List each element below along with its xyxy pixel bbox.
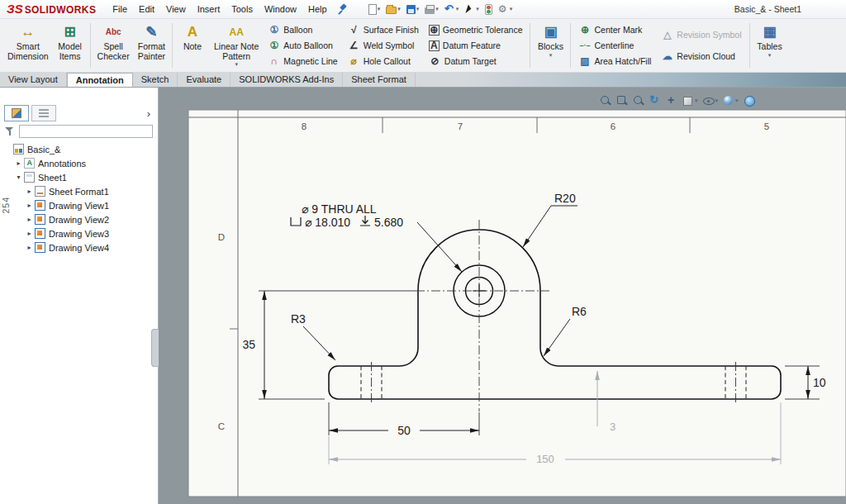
datum-target-button[interactable]: ⊘Datum Target (427, 54, 525, 69)
rebuild-button[interactable] (483, 3, 494, 16)
view-scene-button[interactable] (744, 93, 755, 108)
open-document-button[interactable]: ▾ (384, 3, 402, 15)
graphics-area[interactable]: 8 7 6 5 D C (159, 88, 846, 504)
balloon-button[interactable]: ①Balloon (266, 22, 339, 37)
note-button[interactable]: ANote (175, 21, 210, 70)
menu-tools[interactable]: Tools (226, 2, 259, 17)
hide-show-button[interactable]: ▾ (703, 93, 719, 108)
undo-button[interactable]: ▾ (443, 3, 461, 16)
propertymanager-tab[interactable] (31, 105, 56, 121)
tree-item-sheet-format1[interactable]: ▸Sheet Format1 (0, 184, 158, 198)
geometric-tolerance-button[interactable]: ⊕Geometric Tolerance (427, 22, 525, 37)
tree-item-sheet1[interactable]: ▾Sheet1 (0, 170, 158, 184)
tree-caret-icon[interactable]: ▸ (25, 216, 34, 223)
menu-window[interactable]: Window (259, 2, 302, 17)
dropdown-arrow-icon[interactable]: ▾ (735, 97, 739, 104)
dropdown-arrow-icon[interactable]: ▾ (235, 61, 238, 68)
menu-insert[interactable]: Insert (192, 2, 226, 17)
filter-funnel-icon[interactable] (5, 126, 15, 137)
tree-item-drawing-view1[interactable]: ▸Drawing View1 (0, 198, 158, 212)
dropdown-arrow-icon[interactable]: ▾ (435, 6, 439, 12)
hole-callout-button[interactable]: ⌀Hole Callout (346, 54, 421, 69)
drawing-canvas[interactable]: 8 7 6 5 D C (159, 88, 846, 504)
tree-filter-input[interactable] (19, 125, 153, 138)
surface-finish-button[interactable]: √Surface Finish (346, 22, 421, 37)
tree-caret-icon[interactable]: ▸ (25, 230, 34, 237)
tab-sheet-format[interactable]: Sheet Format (343, 73, 416, 87)
counterbore-callout-text[interactable]: ⌀ 18.010 (305, 216, 350, 229)
radius-r6-label[interactable]: R6 (572, 305, 587, 318)
dimension-150[interactable]: 150 (536, 453, 554, 465)
dropdown-arrow-icon[interactable]: ▾ (397, 6, 401, 12)
smart-dimension-button[interactable]: ↔SmartDimension (3, 21, 53, 70)
tree-item-drawing-view2[interactable]: ▸Drawing View2 (0, 212, 158, 226)
tree-caret-icon[interactable]: ▸ (14, 159, 23, 167)
dropdown-arrow-icon[interactable]: ▾ (456, 6, 459, 12)
radius-r3-label[interactable]: R3 (291, 312, 306, 326)
dimension-35[interactable]: 35 (242, 338, 255, 351)
edit-appearance-button[interactable]: ▾ (723, 93, 739, 108)
datum-feature-button[interactable]: ADatum Feature (427, 38, 525, 53)
menu-view[interactable]: View (160, 2, 192, 17)
tree-caret-icon[interactable]: ▸ (25, 188, 34, 195)
tree-item-basic[interactable]: Basic_& (0, 142, 158, 156)
revision-symbol-button[interactable]: △Revision Symbol (659, 27, 743, 42)
featuremanager-tab[interactable] (4, 105, 29, 121)
depth-callout-text[interactable]: 5.680 (374, 216, 403, 229)
model-items-button[interactable]: ⊞ModelItems (53, 21, 88, 70)
centerline-button[interactable]: –·–Centerline (577, 38, 653, 53)
display-style-button[interactable]: ▾ (682, 93, 698, 108)
select-button[interactable]: ▾ (463, 3, 481, 16)
dimension-10[interactable]: 10 (813, 376, 826, 389)
tree-item-drawing-view3[interactable]: ▸Drawing View3 (0, 226, 158, 240)
zoom-in-out-button[interactable] (633, 93, 644, 108)
dropdown-arrow-icon[interactable]: ▾ (768, 52, 772, 59)
tree-caret-icon[interactable]: ▸ (25, 202, 34, 209)
menu-edit[interactable]: Edit (133, 2, 160, 17)
radius-r20-label[interactable]: R20 (554, 192, 576, 205)
revision-cloud-button[interactable]: ☁Revision Cloud (659, 49, 743, 64)
spell-checker-button[interactable]: AbcSpellChecker (93, 21, 134, 70)
dropdown-arrow-icon[interactable]: ▾ (476, 6, 479, 12)
menu-file[interactable]: File (107, 2, 133, 17)
zoom-fit-button[interactable] (600, 93, 611, 108)
pin-icon[interactable] (337, 3, 348, 16)
format-painter-button[interactable]: ✎FormatPainter (134, 21, 169, 70)
weld-symbol-button[interactable]: ∠Weld Symbol (346, 38, 421, 53)
tab-annotation[interactable]: Annotation (67, 73, 133, 87)
blocks-button[interactable]: ▣Blocks▾ (533, 21, 568, 70)
menu-help[interactable]: Help (302, 2, 333, 17)
print-button[interactable]: ▾ (423, 4, 440, 15)
save-button[interactable]: ▾ (405, 3, 421, 15)
dropdown-arrow-icon[interactable]: ▾ (695, 97, 698, 104)
tables-button[interactable]: ▦Tables▾ (753, 21, 787, 70)
hole-callout-text[interactable]: ⌀ 9 THRU ALL (302, 202, 377, 216)
dropdown-arrow-icon[interactable]: ▾ (549, 52, 553, 59)
tab-solidworks-add-ins[interactable]: SOLIDWORKS Add-Ins (231, 73, 343, 87)
dropdown-arrow-icon[interactable]: ▾ (378, 6, 381, 12)
tab-evaluate[interactable]: Evaluate (178, 73, 231, 87)
tree-item-annotations[interactable]: ▸Annotations (0, 156, 158, 170)
sheet-paper[interactable] (188, 110, 846, 497)
dropdown-arrow-icon[interactable]: ▾ (416, 6, 420, 12)
tree-item-drawing-view4[interactable]: ▸Drawing View4 (0, 240, 158, 254)
tab-view-layout[interactable]: View Layout (0, 73, 67, 87)
auto-balloon-button[interactable]: ①Auto Balloon (266, 38, 339, 53)
pan-button[interactable] (666, 93, 677, 108)
linear-note-pattern-button[interactable]: AALinear NotePattern▾ (210, 21, 263, 70)
magnetic-line-button[interactable]: ∩Magnetic Line (266, 54, 339, 69)
dimension-50[interactable]: 50 (397, 424, 411, 437)
area-hatch-fill-button[interactable]: ▨Area Hatch/Fill (577, 54, 653, 69)
dropdown-arrow-icon[interactable]: ▾ (510, 6, 513, 12)
tab-sketch[interactable]: Sketch (133, 73, 178, 87)
zoom-area-button[interactable] (616, 93, 628, 108)
panel-splitter-handle[interactable] (151, 329, 159, 367)
panel-expand-arrow[interactable]: › (144, 107, 154, 120)
center-mark-button[interactable]: ⊕Center Mark (577, 22, 653, 37)
rotate-view-button[interactable] (649, 93, 661, 108)
tree-caret-icon[interactable]: ▾ (14, 174, 23, 181)
new-document-button[interactable]: ▾ (367, 3, 383, 16)
tree-caret-icon[interactable]: ▸ (25, 244, 34, 251)
dropdown-arrow-icon[interactable]: ▾ (715, 97, 719, 104)
options-button[interactable]: ▾ (497, 3, 515, 16)
